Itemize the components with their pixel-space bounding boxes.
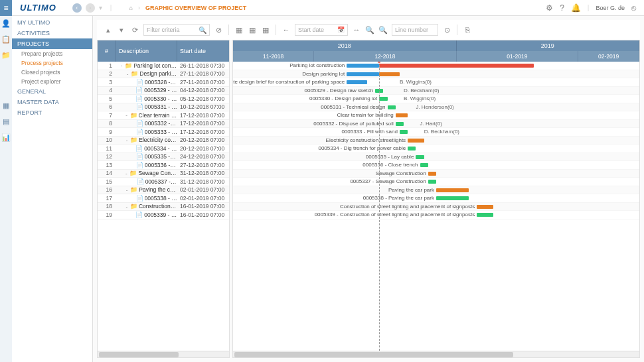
user-icon[interactable]: 👤 [1,19,11,28]
gantt-bar[interactable] [396,113,408,117]
gantt-bar[interactable] [347,64,379,68]
table-row[interactable]: 2 - 📁 Design parking lot 27-11-2018 07:0… [98,70,229,79]
gantt-row[interactable]: 0005332 - Dispose of polluted soilJ. Har… [233,120,639,129]
hamburger-menu[interactable]: ≡ [0,0,12,16]
table-row[interactable]: 18 - 📁 Construction of str... 16-01-2019… [98,203,229,211]
gantt-row[interactable]: 0005330 - Design parking lotB. Wiggins(0… [233,95,639,103]
gantt-row[interactable]: 0005334 - Dig trench for power cable [233,145,639,153]
col-number[interactable]: # [98,40,116,62]
clear-filter-icon[interactable]: ⊘ [214,26,223,34]
refresh-icon[interactable]: ⟳ [130,26,139,34]
table-row[interactable]: 10 - 📁 Electricity constru... 20-12-2018… [98,137,229,145]
cal3-icon[interactable]: ▦ [261,26,270,34]
table-row[interactable]: 9 📄 0005333 - Fill ... 17-12-2018 07:00 [98,128,229,137]
report-icon[interactable]: 📊 [1,133,11,142]
gantt-bar[interactable] [420,163,428,167]
gantt-bar[interactable] [379,97,387,101]
gantt-row[interactable]: Electricity construction streetlights [233,137,639,145]
gantt-bar[interactable] [477,213,493,217]
gantt-bar[interactable] [347,72,379,76]
filter-input[interactable]: Filter criteria 🔍 [143,24,210,36]
next-icon[interactable]: ↔ [352,26,361,34]
gantt-bar[interactable] [379,72,400,76]
data-icon[interactable]: ▤ [3,117,9,126]
sidebar-item[interactable]: MASTER DATA [12,97,92,107]
gantt-bar[interactable] [379,64,534,68]
sidebar-subitem[interactable]: Closed projects [12,68,92,77]
grid-scrollbar[interactable] [98,351,229,357]
gantt-row[interactable]: 0005335 - Lay cable [233,153,639,162]
logout-icon[interactable]: ⎋ [631,3,636,13]
gantt-row[interactable]: 0005336 - Close trench [233,161,639,170]
up-icon[interactable]: ▴ [104,26,113,34]
grid-icon[interactable]: ▦ [3,101,9,110]
home-icon[interactable]: ⌂ [129,5,132,11]
gantt-bar[interactable] [416,155,424,159]
sidebar-subitem[interactable]: Project explorer [12,77,92,86]
clipboard-icon[interactable]: 📋 [1,34,11,44]
gantt-row[interactable]: 0005337 - Sewage Construction [233,178,639,186]
forward-button[interactable]: › [86,3,95,13]
line-input[interactable]: Line number [392,24,438,36]
projects-icon[interactable]: 📁 [1,50,11,60]
sidebar-item[interactable]: REPORT [12,107,92,118]
table-row[interactable]: 7 - 📁 Clear terrain for bu... 17-12-2018… [98,111,229,120]
gantt-bar[interactable] [400,130,408,134]
gantt-bar[interactable] [347,80,367,84]
date-input[interactable]: Start date 📅 [295,24,348,36]
gantt-row[interactable]: nulate design brief for construction of … [233,78,639,87]
gantt-row[interactable]: 0005338 - Paving the car park [233,194,639,203]
gantt-row[interactable]: 0005331 - Technical designJ. Henderson(0… [233,103,639,112]
gantt-bar[interactable] [408,147,416,151]
cal1-icon[interactable]: ▦ [234,26,244,34]
goto-icon[interactable]: ⊙ [442,26,451,34]
bell-icon[interactable]: 🔔 [571,3,581,13]
table-row[interactable]: 1 - 📁 Parking lot constructi... 26-11-20… [98,62,229,70]
cal2-icon[interactable]: ▦ [248,26,257,34]
table-row[interactable]: 19 📄 0005339 - Con... 16-01-2019 07:00 [98,211,229,219]
col-startdate[interactable]: Start date [177,40,229,62]
sidebar-subitem[interactable]: Prepare projects [12,49,92,58]
gantt-row[interactable]: 0005339 - Construction of street lightin… [233,211,639,219]
copy-icon[interactable]: ⎘ [463,26,472,34]
table-row[interactable]: 14 - 📁 Sewage Constructi... 31-12-2018 0… [98,170,229,178]
sidebar-item[interactable]: MY ULTIMO [12,17,92,28]
back-button[interactable]: ‹ [72,3,82,13]
col-description[interactable]: Description [116,40,177,62]
gantt-bar[interactable] [477,205,493,209]
gantt-bar[interactable] [428,172,436,176]
gantt-bar[interactable] [436,196,469,200]
down-icon[interactable]: ▾ [117,26,126,34]
table-row[interactable]: 4 📄 0005329 - Des... 04-12-2018 07:00 [98,87,229,95]
gantt-bar[interactable] [436,188,469,192]
table-row[interactable]: 3 📄 0005328 - For... 27-11-2018 07:00 [98,78,229,87]
zoom-in-icon[interactable]: 🔍 [365,26,374,34]
gantt-row[interactable]: 0005329 - Design raw sketchD. Beckham(0) [233,87,639,95]
gantt-bar[interactable] [408,139,424,143]
gantt-scrollbar[interactable] [233,351,639,357]
gantt-row[interactable]: 0005333 - Fill with sandD. Beckham(0) [233,128,639,137]
gantt-row[interactable]: Sewage Construction [233,170,639,178]
table-row[interactable]: 17 📄 0005338 - Pav... 02-01-2019 07:00 [98,194,229,203]
gantt-bar[interactable] [388,105,396,109]
gear-icon[interactable]: ⚙ [546,3,553,13]
zoom-out-icon[interactable]: 🔍 [378,26,388,34]
table-row[interactable]: 11 📄 0005334 - Dig ... 20-12-2018 07:00 [98,145,229,153]
table-row[interactable]: 6 📄 0005331 - Tec... 10-12-2018 07:00 [98,103,229,112]
gantt-row[interactable]: Parking lot construction [233,62,639,70]
gantt-row[interactable]: Clear terrain for building [233,111,639,120]
table-row[interactable]: 12 📄 0005335 - Lay... 24-12-2018 07:00 [98,153,229,162]
gantt-bar[interactable] [396,122,404,126]
user-name[interactable]: Boer G. de [596,5,625,11]
gantt-row[interactable]: Paving the car park [233,186,639,195]
help-icon[interactable]: ? [560,3,564,13]
gantt-row[interactable]: Construction of street lighting and plac… [233,203,639,211]
table-row[interactable]: 16 - 📁 Paving the car park 02-01-2019 07… [98,186,229,195]
table-row[interactable]: 15 📄 0005337 - Se... 31-12-2018 07:00 [98,178,229,186]
sidebar-item[interactable]: PROJECTS [12,38,92,49]
gantt-row[interactable]: Design parking lot [233,70,639,79]
sidebar-subitem[interactable]: Process projects [12,58,92,68]
sidebar-item[interactable]: GENERAL [12,86,92,97]
prev-icon[interactable]: ← [282,26,291,34]
sidebar-item[interactable]: ACTIVITIES [12,28,92,38]
